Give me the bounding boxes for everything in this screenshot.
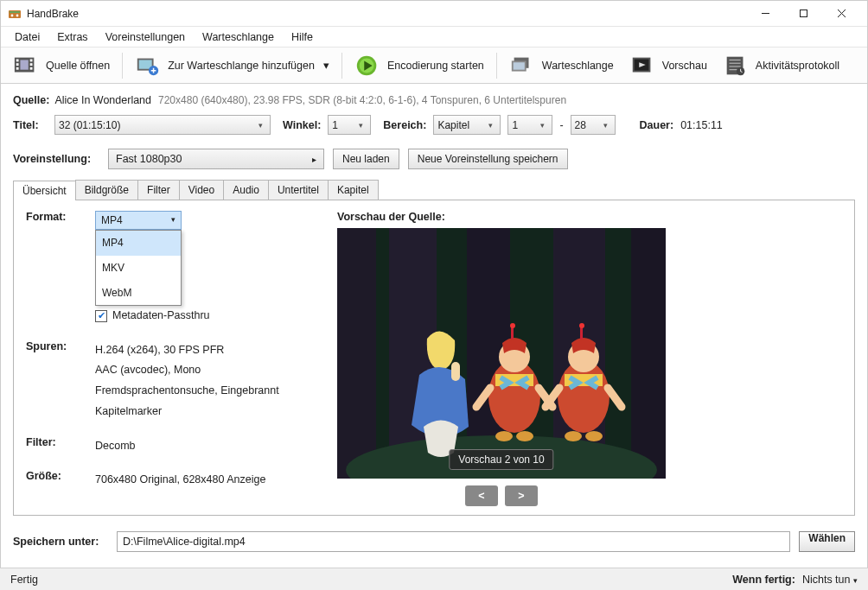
svg-point-2 — [11, 14, 14, 16]
preset-select[interactable]: Fast 1080p30▸ — [108, 149, 324, 169]
range-from-select[interactable]: 1▾ — [507, 115, 552, 135]
add-queue-button[interactable]: Zur Warteschlange hinzufügen ▾ — [128, 50, 336, 81]
svg-rect-23 — [514, 62, 525, 69]
svg-point-47 — [516, 431, 533, 441]
preview-column: Vorschau der Quelle: — [337, 211, 666, 506]
format-dropdown-list: MP4 MKV WebM — [95, 230, 182, 306]
tab-filters[interactable]: Filter — [137, 180, 180, 200]
angle-select[interactable]: 1▾ — [328, 115, 371, 135]
activity-log-button[interactable]: Aktivitätsprotokoll — [716, 50, 846, 81]
save-path-input[interactable]: D:\Filme\Alice-digital.mp4 — [117, 531, 790, 552]
source-row: Quelle: Alice In Wonderland 720x480 (640… — [13, 94, 855, 106]
reload-preset-button[interactable]: Neu laden — [333, 149, 399, 169]
menu-extras[interactable]: Extras — [48, 29, 96, 46]
source-info: 720x480 (640x480), 23.98 FPS, SDR (8-bit… — [158, 94, 566, 106]
log-icon — [723, 54, 749, 78]
svg-point-53 — [565, 431, 582, 441]
format-option-mp4[interactable]: MP4 — [96, 231, 181, 256]
range-type-select[interactable]: Kapitel▾ — [433, 115, 501, 135]
window-minimize-button[interactable] — [746, 2, 784, 26]
svg-rect-12 — [30, 59, 33, 61]
toolbar: Quelle öffnen Zur Warteschlange hinzufüg… — [1, 48, 867, 84]
window-close-button[interactable] — [822, 2, 860, 26]
save-row: Speichern unter: D:\Filme\Alice-digital.… — [1, 531, 867, 552]
menu-file[interactable]: Datei — [6, 29, 48, 46]
range-label: Bereich: — [383, 119, 426, 131]
toolbar-separator — [341, 53, 342, 79]
preview-next-button[interactable]: > — [505, 485, 538, 506]
svg-rect-13 — [30, 63, 33, 66]
svg-rect-10 — [16, 63, 19, 66]
source-label: Quelle: — [13, 94, 49, 106]
svg-rect-50 — [580, 327, 583, 339]
svg-point-44 — [510, 323, 515, 328]
toolbar-separator — [496, 53, 497, 79]
metadata-passthru-checkbox[interactable]: ✔Metadaten-Passthru — [95, 306, 303, 327]
duration-value: 01:15:11 — [680, 119, 723, 131]
menu-presets[interactable]: Voreinstellungen — [97, 29, 194, 46]
add-queue-icon — [135, 54, 161, 78]
format-option-webm[interactable]: WebM — [96, 281, 181, 306]
preset-row: Voreinstellung: Fast 1080p30▸ Neu laden … — [13, 149, 855, 169]
status-text: Fertig — [10, 574, 38, 586]
format-label: Format: — [26, 211, 95, 327]
svg-rect-37 — [631, 228, 666, 479]
format-option-mkv[interactable]: MKV — [96, 256, 181, 281]
save-label: Speichern unter: — [13, 536, 108, 548]
save-preset-button[interactable]: Neue Voreinstellung speichern — [408, 149, 568, 169]
status-bar: Fertig Wenn fertig: Nichts tun ▾ — [0, 568, 868, 590]
format-select[interactable]: MP4▾ MP4 MKV WebM — [95, 211, 182, 230]
size-value: 706x480 Original, 628x480 Anzeige — [95, 470, 303, 491]
tab-chapters[interactable]: Kapitel — [328, 180, 379, 200]
window-maximize-button[interactable] — [784, 2, 822, 26]
preview-prev-button[interactable]: < — [465, 485, 498, 506]
chevron-down-icon: ▾ — [171, 213, 176, 227]
tab-overview[interactable]: Übersicht — [13, 181, 76, 200]
start-encode-button[interactable]: Encodierung starten — [348, 50, 491, 81]
title-select[interactable]: 32 (01:15:10)▾ — [54, 115, 271, 135]
chevron-down-icon: ▾ — [323, 59, 329, 72]
tabs: Übersicht Bildgröße Filter Video Audio U… — [13, 180, 855, 200]
menu-queue[interactable]: Warteschlange — [194, 29, 283, 46]
filter-value: Decomb — [95, 436, 303, 457]
chevron-down-icon: ▾ — [537, 121, 548, 130]
chevron-down-icon: ▾ — [255, 121, 266, 130]
preset-label: Voreinstellung: — [13, 153, 99, 165]
svg-rect-9 — [16, 59, 19, 61]
svg-rect-14 — [30, 67, 33, 69]
filter-label: Filter: — [26, 436, 95, 457]
tab-subtitles[interactable]: Untertitel — [268, 180, 329, 200]
svg-rect-11 — [16, 67, 19, 69]
angle-label: Winkel: — [283, 119, 321, 131]
tracks-values: H.264 (x264), 30 FPS PFR AAC (avcodec), … — [95, 340, 303, 422]
svg-rect-5 — [800, 10, 807, 17]
selection-row: Titel: 32 (01:15:10)▾ Winkel: 1▾ Bereich… — [13, 115, 855, 135]
duration-label: Dauer: — [640, 119, 674, 131]
queue-button[interactable]: Warteschlange — [502, 50, 621, 81]
menu-help[interactable]: Hilfe — [283, 29, 322, 46]
open-source-button[interactable]: Quelle öffnen — [6, 50, 117, 81]
preview-button[interactable]: Vorschau — [622, 50, 714, 81]
preview-counter-badge: Vorschau 2 von 10 — [449, 449, 553, 470]
tab-video[interactable]: Video — [179, 180, 224, 200]
svg-rect-33 — [337, 228, 376, 479]
when-done-label: Wenn fertig: — [732, 574, 795, 586]
browse-button[interactable]: Wählen — [799, 531, 855, 552]
title-bar: HandBrake — [1, 1, 867, 27]
title-label: Titel: — [13, 119, 48, 131]
queue-icon — [509, 54, 535, 78]
tracks-label: Spuren: — [26, 340, 95, 422]
menu-bar: Datei Extras Voreinstellungen Warteschla… — [1, 27, 867, 48]
tab-dimensions[interactable]: Bildgröße — [75, 180, 138, 200]
toolbar-separator — [122, 53, 123, 79]
range-to-select[interactable]: 28▾ — [571, 115, 616, 135]
chevron-down-icon: ▾ — [853, 576, 858, 585]
svg-point-51 — [579, 323, 584, 328]
window-title: HandBrake — [27, 8, 79, 20]
when-done-select[interactable]: Nichts tun ▾ — [802, 574, 858, 586]
preview-title: Vorschau der Quelle: — [337, 211, 666, 223]
chevron-down-icon: ▾ — [485, 121, 496, 130]
chevron-down-icon: ▾ — [355, 121, 367, 130]
tab-audio[interactable]: Audio — [223, 180, 269, 200]
preview-icon — [629, 54, 655, 78]
